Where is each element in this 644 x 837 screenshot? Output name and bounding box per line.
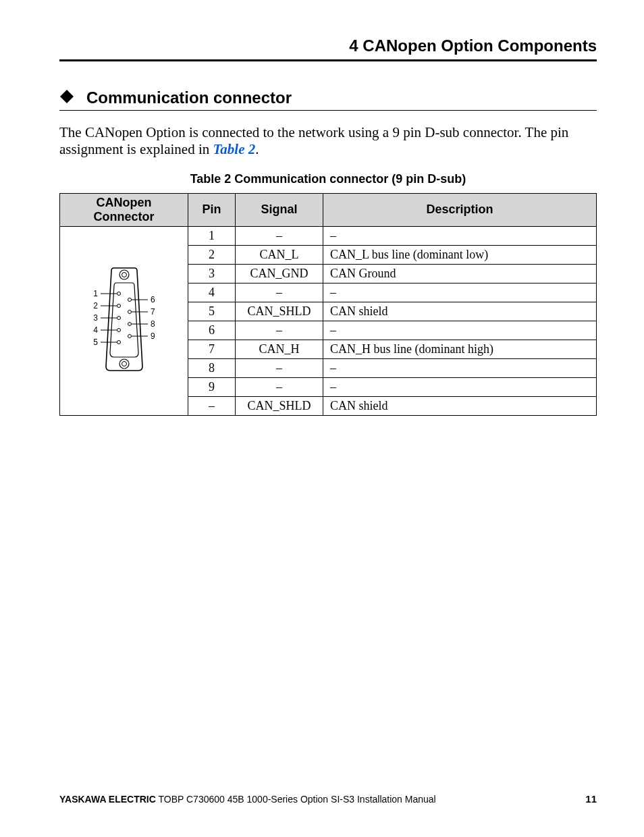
connector-diagram-cell: 1 2 3 4 5 6 7 8 9 [60,226,188,415]
pin-label: 3 [93,313,98,323]
cell-pin: 9 [188,377,236,396]
svg-point-4 [122,361,126,366]
cell-pin: 3 [188,264,236,283]
svg-point-11 [117,328,120,331]
col-header-connector: CANopen Connector [60,193,188,226]
cell-description: CAN_L bus line (dominant low) [323,245,597,264]
svg-point-2 [122,272,126,277]
intro-text-after: . [255,141,259,157]
footer-doc-id: YASKAWA ELECTRIC TOBP C730600 45B 1000-S… [59,794,436,805]
col-header-pin: Pin [188,193,236,226]
cell-description: – [323,226,597,245]
svg-point-13 [117,340,120,344]
cell-pin: – [188,396,236,415]
svg-point-5 [117,292,120,295]
running-header: 4 CANopen Option Components [59,36,597,61]
cell-description: – [323,283,597,302]
pin-label: 6 [151,295,155,304]
col-header-description: Description [323,193,597,226]
pin-label: 2 [93,301,98,310]
cell-signal: – [236,226,323,245]
pin-assignment-table: CANopen Connector Pin Signal Description [59,193,597,416]
svg-point-1 [119,270,129,279]
pin-label: 4 [93,325,98,335]
section-heading-row: Communication connector [59,88,597,111]
table-header-row: CANopen Connector Pin Signal Description [60,193,597,226]
section-title: Communication connector [86,88,292,107]
cell-signal: CAN_GND [236,264,323,283]
cell-pin: 6 [188,321,236,340]
svg-point-15 [128,298,131,301]
cell-description: CAN shield [323,396,597,415]
cell-signal: CAN_SHLD [236,302,323,321]
cell-signal: – [236,321,323,340]
svg-point-3 [119,359,129,369]
page-number: 11 [585,793,597,805]
cell-description: CAN Ground [323,264,597,283]
cell-pin: 7 [188,340,236,358]
cell-signal: CAN_L [236,245,323,264]
intro-text-before: The CANopen Option is connected to the n… [59,124,568,157]
pin-label: 5 [93,338,98,347]
table-2-crossref-link[interactable]: Table 2 [213,141,255,157]
dsub-9-connector-icon: 1 2 3 4 5 6 7 8 9 [80,259,168,380]
cell-pin: 4 [188,283,236,302]
pin-label: 7 [151,307,155,317]
svg-point-17 [128,310,131,313]
cell-pin: 5 [188,302,236,321]
cell-pin: 8 [188,358,236,377]
cell-description: – [323,321,597,340]
cell-signal: CAN_H [236,340,323,358]
pin-label: 1 [93,289,98,298]
section-bullet-diamond-icon [59,89,74,107]
svg-point-9 [117,316,120,319]
intro-paragraph: The CANopen Option is connected to the n… [59,124,597,158]
page-footer: YASKAWA ELECTRIC TOBP C730600 45B 1000-S… [59,793,597,805]
cell-description: CAN shield [323,302,597,321]
cell-signal: – [236,283,323,302]
svg-point-7 [117,304,120,307]
cell-pin: 1 [188,226,236,245]
pin-label: 8 [151,319,155,329]
cell-description: – [323,358,597,377]
cell-signal: – [236,377,323,396]
cell-description: CAN_H bus line (dominant high) [323,340,597,358]
cell-signal: – [236,358,323,377]
svg-point-19 [128,322,131,325]
table-caption: Table 2 Communication connector (9 pin D… [59,172,597,186]
cell-description: – [323,377,597,396]
table-row: 1 2 3 4 5 6 7 8 9 [60,226,597,245]
footer-doc-text: TOBP C730600 45B 1000-Series Option SI-S… [156,794,436,805]
cell-signal: CAN_SHLD [236,396,323,415]
pin-label: 9 [151,331,155,341]
svg-marker-0 [60,90,74,103]
col-header-signal: Signal [236,193,323,226]
svg-point-21 [128,334,131,338]
cell-pin: 2 [188,245,236,264]
footer-brand: YASKAWA ELECTRIC [59,794,156,805]
